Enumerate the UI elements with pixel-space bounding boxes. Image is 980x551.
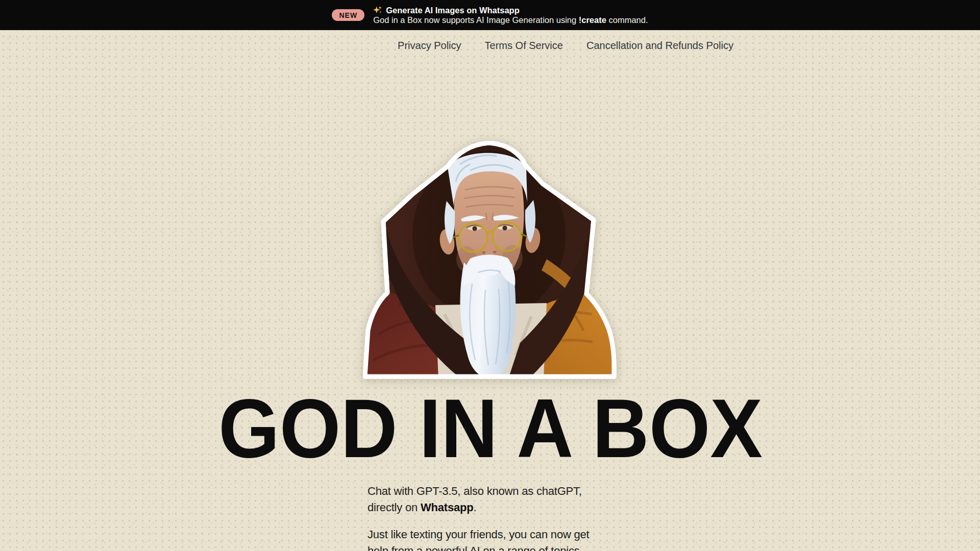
page-title: GOD IN A BOX [218,394,763,468]
intro-paragraph-1: Chat with GPT-3.5, also known as chatGPT… [368,483,612,516]
top-navigation: Privacy Policy Terms Of Service Cancella… [76,39,980,52]
announcement-subline: God in a Box now supports AI Image Gener… [373,16,648,24]
wizard-portrait-illustration [363,141,618,380]
intro-p1-line2-post: . [474,501,477,514]
announcement-headline: Generate AI Images on Whatsapp [373,6,648,15]
intro-p1-line1: Chat with GPT-3.5, also known as chatGPT… [368,485,582,497]
nav-link-terms-of-service[interactable]: Terms Of Service [485,39,563,52]
nav-link-cancellation-refunds[interactable]: Cancellation and Refunds Policy [586,39,733,52]
intro-p2-line1: Just like texting your friends, you can … [368,528,590,541]
announcement-headline-text: Generate AI Images on Whatsapp [386,6,520,15]
announcement-subline-pre: God in a Box now supports AI Image Gener… [373,15,579,24]
announcement-banner: NEW Generate AI Images on Whatsapp God i… [0,0,980,30]
intro-text: Chat with GPT-3.5, also known as chatGPT… [368,483,612,551]
sparkles-icon [373,6,382,15]
nav-link-privacy-policy[interactable]: Privacy Policy [398,39,461,52]
create-command: !create [579,15,606,24]
announcement-content: NEW Generate AI Images on Whatsapp God i… [332,6,648,24]
announcement-subline-post: command. [606,15,648,24]
intro-p1-line2-pre: directly on [368,501,421,514]
whatsapp-emphasis: Whatsapp [421,501,474,514]
intro-paragraph-2: Just like texting your friends, you can … [368,527,612,551]
new-badge: NEW [332,9,364,21]
hero-title-block: GOD IN A BOX [204,394,776,468]
announcement-text: Generate AI Images on Whatsapp God in a … [373,6,648,24]
intro-p2-line2: help from a powerful AI on a range of to… [368,544,582,551]
wizard-portrait-svg [363,141,618,380]
hero-title-svg: GOD IN A BOX [204,394,776,468]
